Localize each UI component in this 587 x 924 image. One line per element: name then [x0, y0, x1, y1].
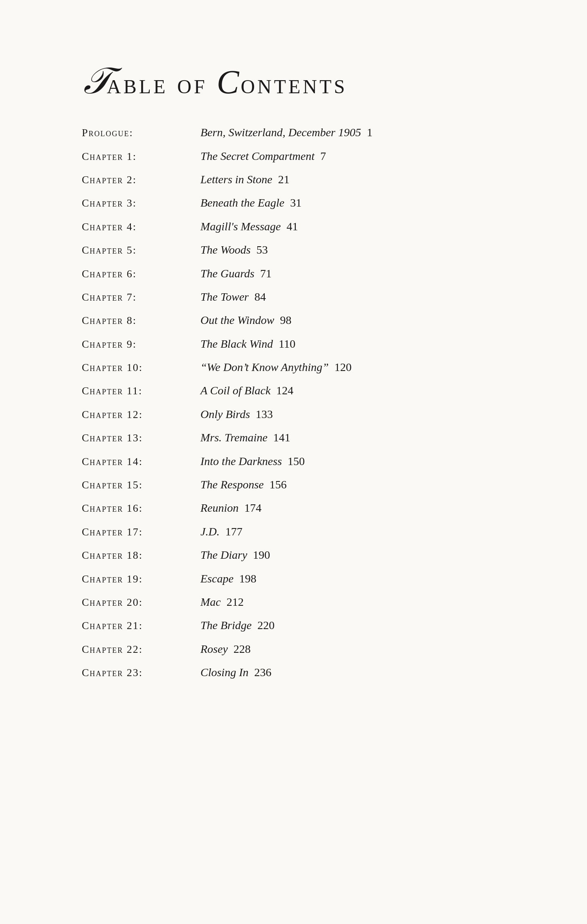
chapter-label-19: Chapter 19: [82, 572, 200, 587]
toc-item: Chapter 10:“We Don’t Know Anything”120 [82, 359, 505, 375]
chapter-label-7: Chapter 7: [82, 290, 200, 305]
title-text-2: ontents [241, 68, 347, 99]
chapter-label-21: Chapter 21: [82, 618, 200, 633]
page-number-9: 110 [279, 336, 295, 352]
chapter-title-10: “We Don’t Know Anything” [200, 359, 328, 375]
chapter-label-10: Chapter 10: [82, 360, 200, 375]
chapter-label-20: Chapter 20: [82, 595, 200, 610]
page-number-23: 236 [254, 664, 271, 680]
page-number-11: 124 [276, 382, 293, 398]
chapter-title-8: Out the Window [200, 312, 274, 328]
page-number-21: 220 [257, 617, 274, 633]
chapter-label-3: Chapter 3: [82, 196, 200, 211]
chapter-label-6: Chapter 6: [82, 267, 200, 281]
toc-item: Chapter 22:Rosey228 [82, 641, 505, 657]
chapter-title-1: The Secret Compartment [200, 148, 315, 164]
toc-item: Chapter 8:Out the Window98 [82, 312, 505, 328]
toc-item: Chapter 7:The Tower84 [82, 289, 505, 305]
chapter-label-5: Chapter 5: [82, 243, 200, 258]
chapter-title-23: Closing In [200, 664, 248, 680]
toc-item: Chapter 18:The Diary190 [82, 547, 505, 563]
toc-item: Chapter 21:The Bridge220 [82, 617, 505, 633]
toc-item: Chapter 17:J.D.177 [82, 524, 505, 540]
page-number-5: 53 [256, 242, 268, 258]
page-number-13: 141 [273, 429, 290, 445]
chapter-title-20: Mac [200, 594, 221, 610]
chapter-title-13: Mrs. Tremaine [200, 429, 268, 445]
chapter-title-7: The Tower [200, 289, 249, 305]
chapter-title-15: The Response [200, 477, 264, 492]
chapter-label-4: Chapter 4: [82, 220, 200, 234]
chapter-title-22: Rosey [200, 641, 228, 657]
chapter-label-0: Prologue: [82, 126, 200, 140]
chapter-title-6: The Guards [200, 265, 254, 281]
chapter-title-0: Bern, Switzerland, December 1905 [200, 124, 361, 140]
chapter-label-17: Chapter 17: [82, 525, 200, 540]
page-number-19: 198 [239, 571, 256, 587]
title-drop-cap-t: 𝒯 [82, 65, 107, 97]
chapter-title-2: Letters in Stone [200, 171, 272, 187]
toc-item: Prologue:Bern, Switzerland, December 190… [82, 124, 505, 140]
toc-item: Chapter 14:Into the Darkness150 [82, 453, 505, 469]
toc-item: Chapter 2:Letters in Stone21 [82, 171, 505, 187]
chapter-label-14: Chapter 14: [82, 454, 200, 469]
page-number-4: 41 [287, 218, 298, 234]
chapter-label-2: Chapter 2: [82, 173, 200, 187]
page-number-8: 98 [280, 312, 291, 328]
title-text: able of [107, 68, 217, 99]
page-number-7: 84 [254, 289, 266, 305]
toc-item: Chapter 1:The Secret Compartment7 [82, 148, 505, 164]
chapter-label-9: Chapter 9: [82, 337, 200, 352]
toc-item: Chapter 12:Only Birds133 [82, 406, 505, 422]
page-number-3: 31 [290, 195, 301, 211]
page-number-2: 21 [278, 171, 290, 187]
toc-item: Chapter 20:Mac212 [82, 594, 505, 610]
title-drop-cap-c: C [217, 68, 241, 97]
toc-item: Chapter 9:The Black Wind110 [82, 336, 505, 352]
page-number-20: 212 [227, 594, 244, 610]
page-number-6: 71 [260, 265, 272, 281]
chapter-title-19: Escape [200, 571, 234, 587]
chapter-title-16: Reunion [200, 500, 238, 516]
page-number-0: 1 [367, 124, 373, 140]
chapter-label-13: Chapter 13: [82, 431, 200, 445]
page-number-12: 133 [256, 406, 273, 422]
toc-item: Chapter 3:Beneath the Eagle31 [82, 195, 505, 211]
chapter-title-5: The Woods [200, 242, 251, 258]
page-number-18: 190 [253, 547, 270, 563]
page-number-22: 228 [234, 641, 251, 657]
chapter-label-22: Chapter 22: [82, 642, 200, 657]
page-number-15: 156 [270, 477, 287, 492]
chapter-label-23: Chapter 23: [82, 665, 200, 680]
title-container: 𝒯able of Contents [82, 65, 505, 100]
chapter-label-1: Chapter 1: [82, 149, 200, 164]
chapter-label-16: Chapter 16: [82, 501, 200, 516]
page-number-14: 150 [288, 453, 305, 469]
toc-item: Chapter 13:Mrs. Tremaine141 [82, 429, 505, 445]
page-number-10: 120 [334, 359, 351, 375]
toc-list: Prologue:Bern, Switzerland, December 190… [82, 124, 505, 680]
chapter-label-12: Chapter 12: [82, 407, 200, 422]
toc-item: Chapter 23:Closing In236 [82, 664, 505, 680]
chapter-title-17: J.D. [200, 524, 220, 540]
toc-item: Chapter 5:The Woods53 [82, 242, 505, 258]
toc-item: Chapter 19:Escape198 [82, 571, 505, 587]
chapter-title-21: The Bridge [200, 617, 252, 633]
chapter-title-18: The Diary [200, 547, 247, 563]
chapter-label-18: Chapter 18: [82, 548, 200, 563]
page-number-1: 7 [320, 148, 326, 164]
page-title: 𝒯able of Contents [82, 65, 505, 100]
chapter-title-14: Into the Darkness [200, 453, 282, 469]
chapter-title-3: Beneath the Eagle [200, 195, 284, 211]
toc-item: Chapter 4:Magill's Message41 [82, 218, 505, 234]
chapter-title-11: A Coil of Black [200, 382, 270, 398]
chapter-title-4: Magill's Message [200, 218, 281, 234]
toc-item: Chapter 15:The Response156 [82, 477, 505, 492]
toc-item: Chapter 6:The Guards71 [82, 265, 505, 281]
chapter-title-12: Only Birds [200, 406, 250, 422]
chapter-title-9: The Black Wind [200, 336, 273, 352]
toc-item: Chapter 11:A Coil of Black124 [82, 382, 505, 398]
book-page: 𝒯able of Contents Prologue:Bern, Switzer… [0, 0, 587, 924]
page-number-17: 177 [225, 524, 243, 540]
chapter-label-11: Chapter 11: [82, 384, 200, 398]
